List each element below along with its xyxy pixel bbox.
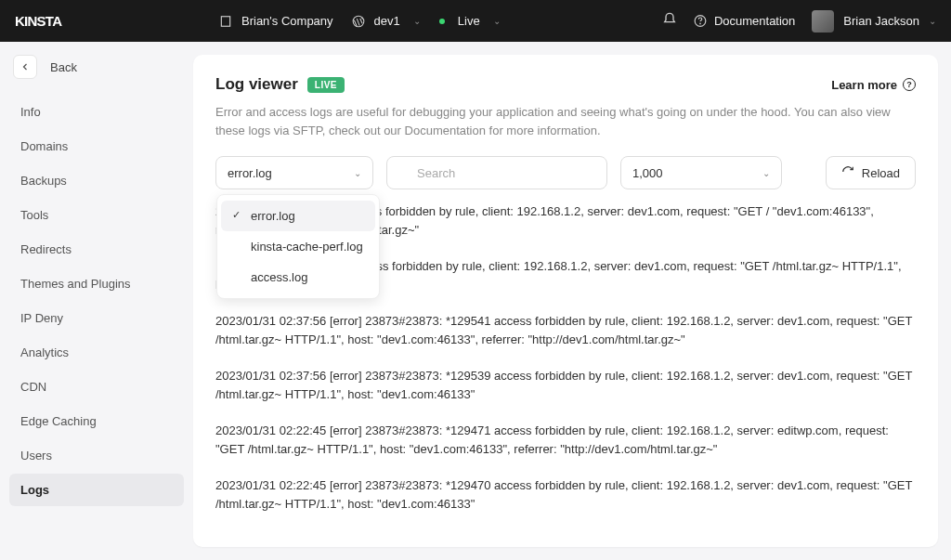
sidebar-item-logs[interactable]: Logs [9, 474, 184, 506]
log-file-option[interactable]: error.log [221, 201, 375, 231]
site-selector[interactable]: dev1 ⌄ [343, 14, 430, 28]
chevron-down-icon: ⌄ [929, 16, 936, 26]
chevron-down-icon: ⌄ [762, 168, 770, 178]
live-badge: LIVE [307, 77, 345, 93]
sidebar-item-tools[interactable]: Tools [9, 199, 184, 231]
topbar: KINSTA Brian's Company dev1 ⌄ Live ⌄ Doc… [0, 0, 951, 42]
kinsta-logo[interactable]: KINSTA [15, 12, 98, 31]
sidebar-item-redirects[interactable]: Redirects [9, 233, 184, 266]
status-dot-icon [439, 19, 445, 24]
documentation-label: Documentation [714, 14, 795, 28]
svg-point-8 [700, 23, 701, 24]
user-name: Brian Jackson [843, 14, 919, 28]
sidebar-item-info[interactable]: Info [9, 96, 184, 128]
documentation-link[interactable]: Documentation [694, 14, 795, 28]
sidebar: Back InfoDomainsBackupsToolsRedirectsThe… [0, 42, 193, 560]
site-name: dev1 [374, 14, 400, 28]
user-menu[interactable]: Brian Jackson ⌄ [812, 10, 936, 33]
count-select[interactable]: 1,000 ⌄ [620, 156, 782, 189]
sidebar-item-themes-and-plugins[interactable]: Themes and Plugins [9, 267, 184, 300]
log-viewer-card: Log viewer LIVE Learn more ? Error and a… [193, 55, 938, 547]
log-entry: 2023/01/31 02:22:45 [error] 23873#23873:… [215, 476, 916, 513]
back-label: Back [50, 60, 77, 74]
sidebar-item-backups[interactable]: Backups [9, 164, 184, 197]
learn-more-link[interactable]: Learn more ? [831, 78, 916, 92]
help-icon: ? [903, 78, 916, 91]
chevron-down-icon: ⌄ [493, 16, 501, 26]
log-file-dropdown: error.logkinsta-cache-perf.logaccess.log [216, 194, 380, 299]
chevron-down-icon: ⌄ [413, 16, 421, 26]
count-value: 1,000 [632, 166, 663, 180]
chevron-down-icon: ⌄ [354, 168, 361, 178]
page-title: Log viewer [215, 75, 298, 94]
log-file-option[interactable]: kinsta-cache-perf.log [221, 231, 375, 262]
env-selector[interactable]: Live ⌄ [430, 14, 510, 28]
sidebar-item-edge-caching[interactable]: Edge Caching [9, 405, 184, 437]
log-entry: 2023/01/31 02:37:56 [error] 23873#23873:… [215, 312, 916, 348]
company-selector[interactable]: Brian's Company [210, 14, 343, 28]
building-icon [219, 15, 232, 28]
log-file-select[interactable]: error.log ⌄ error.logkinsta-cache-perf.l… [215, 156, 373, 189]
log-file-option[interactable]: access.log [221, 262, 375, 293]
svg-rect-1 [221, 16, 229, 26]
sidebar-item-cdn[interactable]: CDN [9, 371, 184, 403]
env-label: Live [458, 14, 480, 28]
log-entry: 2023/01/31 02:22:45 [error] 23873#23873:… [215, 422, 916, 458]
avatar [812, 10, 834, 33]
back-button[interactable] [13, 55, 37, 79]
notifications-button[interactable] [662, 12, 677, 30]
wordpress-icon [352, 15, 365, 28]
help-icon [694, 15, 707, 28]
reload-icon [841, 165, 854, 181]
sidebar-item-users[interactable]: Users [9, 439, 184, 472]
learn-more-label: Learn more [831, 78, 897, 92]
sidebar-item-analytics[interactable]: Analytics [9, 336, 184, 369]
company-name: Brian's Company [241, 14, 333, 28]
log-entry: 2023/01/31 02:37:56 [error] 23873#23873:… [215, 367, 916, 403]
sidebar-item-ip-deny[interactable]: IP Deny [9, 302, 184, 334]
log-file-value: error.log [228, 166, 272, 180]
reload-label: Reload [862, 166, 900, 180]
page-description: Error and access logs are useful for deb… [215, 103, 916, 139]
reload-button[interactable]: Reload [826, 156, 916, 189]
svg-text:KINSTA: KINSTA [15, 12, 62, 28]
search-input[interactable] [386, 156, 607, 189]
sidebar-item-domains[interactable]: Domains [9, 130, 184, 163]
